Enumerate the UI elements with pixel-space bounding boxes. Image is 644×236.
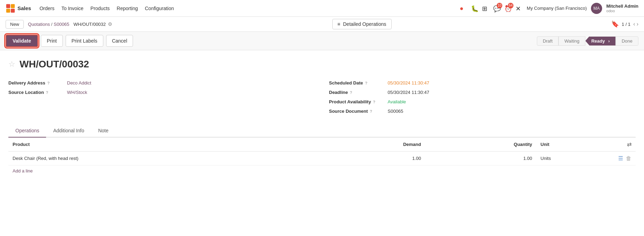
- scheduled-date-row: Scheduled Date ? 05/30/2024 11:30:47: [329, 78, 636, 88]
- cell-product[interactable]: Desk Chair (Red, with head rest): [8, 152, 316, 165]
- page-nav: ‹ ›: [633, 21, 638, 27]
- avail-help-icon[interactable]: ?: [373, 100, 376, 104]
- menu-icon: ≡: [338, 21, 340, 27]
- delivery-address-value[interactable]: Deco Addict: [67, 80, 91, 86]
- delete-icon[interactable]: 🗑: [626, 155, 631, 162]
- detailed-operations-button[interactable]: ≡ Detailed Operations: [332, 19, 392, 29]
- next-page-button[interactable]: ›: [637, 21, 638, 27]
- table-row: Desk Chair (Red, with head rest) 1.00 1.…: [8, 152, 636, 165]
- source-document-label: Source Document ?: [329, 109, 385, 114]
- status-bar: Draft Waiting Ready › Done: [537, 36, 638, 46]
- svg-rect-3: [11, 8, 15, 12]
- status-ready: Ready ›: [585, 36, 616, 46]
- breadcrumb: Quotations / S00065: [28, 22, 69, 27]
- status-waiting: Waiting: [558, 36, 585, 46]
- top-navigation: Sales Orders To Invoice Products Reporti…: [0, 0, 644, 17]
- gear-icon[interactable]: ⚙: [108, 21, 112, 27]
- add-line-link[interactable]: Add a line: [13, 168, 33, 174]
- deadline-value[interactable]: 05/30/2024 11:30:47: [388, 90, 429, 95]
- status-done: Done: [616, 36, 638, 46]
- print-button[interactable]: Print: [41, 35, 63, 47]
- bug-icon[interactable]: 🐛: [471, 5, 478, 12]
- tab-note[interactable]: Note: [91, 124, 116, 138]
- form-grid: Delivery Address ? Deco Addict Source Lo…: [8, 78, 636, 116]
- cancel-button[interactable]: Cancel: [106, 35, 133, 47]
- cell-quantity[interactable]: 1.00: [425, 152, 536, 165]
- clock-icon[interactable]: ⏰ 64: [504, 5, 511, 12]
- cell-demand: 1.00: [316, 152, 425, 165]
- detailed-ops-label: Detailed Operations: [343, 21, 386, 27]
- source-loc-help-icon[interactable]: ?: [46, 90, 48, 95]
- product-availability-row: Product Availability ? Available: [329, 97, 636, 106]
- app-name: Sales: [17, 5, 31, 11]
- nav-reporting[interactable]: Reporting: [117, 6, 138, 11]
- delivery-address-label: Delivery Address ?: [8, 80, 64, 86]
- nav-links: Orders To Invoice Products Reporting Con…: [39, 6, 174, 11]
- nav-products[interactable]: Products: [90, 6, 110, 11]
- source-document-value: S00065: [388, 109, 404, 114]
- pagination-text: 1 / 1: [622, 22, 630, 27]
- svg-rect-2: [6, 8, 10, 12]
- operations-table: Product Demand Quantity Unit ⇄ Desk Chai…: [8, 138, 636, 165]
- record-title: WH/OUT/00032: [20, 59, 89, 70]
- form-right: Scheduled Date ? 05/30/2024 11:30:47 Dea…: [329, 78, 636, 116]
- product-availability-label: Product Availability ?: [329, 99, 385, 104]
- scheduled-date-label: Scheduled Date ?: [329, 80, 385, 86]
- grid-icon[interactable]: ⊞: [482, 5, 489, 12]
- validate-button[interactable]: Validate: [6, 35, 38, 47]
- delivery-address-row: Delivery Address ? Deco Addict: [8, 78, 315, 88]
- nav-orders[interactable]: Orders: [39, 6, 54, 11]
- breadcrumb-parent[interactable]: Quotations: [28, 22, 50, 27]
- deadline-label: Deadline ?: [329, 90, 385, 95]
- nav-right: ● 🐛 ⊞ 💬 10 ⏰ 64 ✕ My Company (San Franci…: [460, 3, 638, 14]
- sub-header: New Quotations / S00065 WH/OUT/00032 ⚙ ≡…: [0, 17, 644, 32]
- scheduled-date-value[interactable]: 05/30/2024 11:30:47: [388, 80, 429, 86]
- form-left: Delivery Address ? Deco Addict Source Lo…: [8, 78, 315, 116]
- print-labels-button[interactable]: Print Labels: [66, 35, 103, 47]
- new-button[interactable]: New: [6, 20, 24, 29]
- deadline-help-icon[interactable]: ?: [350, 90, 352, 95]
- app-logo[interactable]: Sales: [6, 3, 31, 13]
- deadline-row: Deadline ? 05/30/2024 11:30:47: [329, 88, 636, 97]
- sched-help-icon[interactable]: ?: [365, 81, 368, 85]
- user-name: Mitchell Admin: [606, 3, 638, 9]
- tab-additional-info[interactable]: Additional Info: [46, 124, 91, 138]
- cell-unit: Units: [536, 152, 614, 165]
- user-info: Mitchell Admin odoo: [606, 3, 638, 13]
- tab-operations[interactable]: Operations: [8, 124, 46, 138]
- col-product: Product: [8, 138, 316, 152]
- col-demand: Demand: [316, 138, 425, 152]
- svg-rect-0: [6, 4, 10, 8]
- col-unit: Unit: [536, 138, 614, 152]
- clock-badge: 64: [508, 3, 513, 8]
- company-name: My Company (San Francisco): [527, 6, 587, 11]
- prev-page-button[interactable]: ‹: [633, 21, 635, 27]
- detail-icon[interactable]: ☰: [618, 155, 623, 162]
- breadcrumb-separator: /: [51, 22, 54, 27]
- nav-configuration[interactable]: Configuration: [145, 6, 174, 11]
- src-doc-help-icon[interactable]: ?: [370, 109, 372, 113]
- cell-actions: ☰ 🗑: [614, 152, 636, 165]
- chat-icon[interactable]: 💬 10: [493, 5, 500, 12]
- favorite-star-icon[interactable]: ☆: [8, 60, 15, 69]
- source-location-label: Source Location ?: [8, 90, 64, 95]
- avatar[interactable]: MA: [591, 3, 602, 14]
- svg-rect-1: [11, 4, 15, 8]
- bookmark-icon[interactable]: 🔖: [611, 20, 619, 28]
- chat-badge: 10: [497, 3, 502, 8]
- tools-icon[interactable]: ✕: [516, 5, 523, 12]
- delivery-help-icon[interactable]: ?: [47, 81, 50, 85]
- breadcrumb-child[interactable]: S00065: [54, 22, 69, 27]
- col-quantity: Quantity: [425, 138, 536, 152]
- nav-to-invoice[interactable]: To Invoice: [61, 6, 83, 11]
- source-location-value[interactable]: WH/Stock: [67, 90, 87, 95]
- red-dot-icon[interactable]: ●: [460, 5, 467, 12]
- product-availability-value: Available: [388, 99, 406, 104]
- tabs: Operations Additional Info Note: [8, 124, 636, 138]
- col-actions: ⇄: [614, 138, 636, 152]
- transfer-icon[interactable]: ⇄: [627, 141, 631, 147]
- status-draft: Draft: [537, 36, 558, 46]
- user-sub: odoo: [606, 9, 638, 13]
- source-location-row: Source Location ? WH/Stock: [8, 88, 315, 97]
- main-content: ☆ WH/OUT/00032 Delivery Address ? Deco A…: [0, 50, 644, 176]
